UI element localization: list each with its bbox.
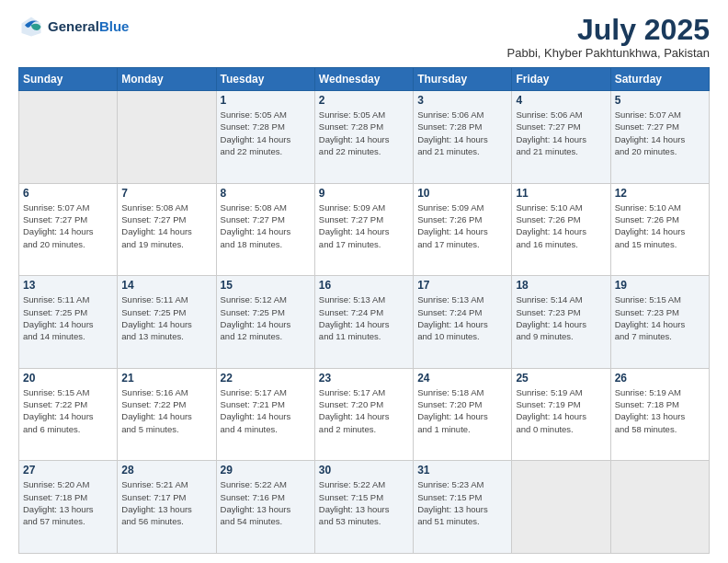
calendar-week-row: 20Sunrise: 5:15 AM Sunset: 7:22 PM Dayli… xyxy=(19,368,710,461)
table-row: 14Sunrise: 5:11 AM Sunset: 7:25 PM Dayli… xyxy=(118,276,216,369)
day-info: Sunrise: 5:06 AM Sunset: 7:28 PM Dayligh… xyxy=(417,109,507,157)
table-row: 24Sunrise: 5:18 AM Sunset: 7:20 PM Dayli… xyxy=(414,368,512,461)
table-row: 20Sunrise: 5:15 AM Sunset: 7:22 PM Dayli… xyxy=(19,368,118,461)
day-info: Sunrise: 5:11 AM Sunset: 7:25 PM Dayligh… xyxy=(23,293,113,342)
day-number: 1 xyxy=(221,94,311,107)
day-info: Sunrise: 5:21 AM Sunset: 7:17 PM Dayligh… xyxy=(121,478,211,527)
day-number: 29 xyxy=(221,464,311,477)
table-row: 19Sunrise: 5:15 AM Sunset: 7:23 PM Dayli… xyxy=(610,276,709,369)
calendar-week-row: 6Sunrise: 5:07 AM Sunset: 7:27 PM Daylig… xyxy=(19,183,710,276)
table-row: 9Sunrise: 5:09 AM Sunset: 7:27 PM Daylig… xyxy=(314,183,413,276)
day-number: 28 xyxy=(121,464,211,477)
day-info: Sunrise: 5:07 AM Sunset: 7:27 PM Dayligh… xyxy=(23,201,113,250)
col-thursday: Thursday xyxy=(414,68,512,91)
day-number: 25 xyxy=(516,372,606,385)
day-number: 22 xyxy=(221,372,311,385)
day-number: 8 xyxy=(221,187,311,200)
day-number: 19 xyxy=(615,279,705,292)
table-row: 12Sunrise: 5:10 AM Sunset: 7:26 PM Dayli… xyxy=(610,183,709,276)
day-info: Sunrise: 5:08 AM Sunset: 7:27 PM Dayligh… xyxy=(121,201,211,250)
day-number: 14 xyxy=(121,279,211,292)
day-number: 12 xyxy=(615,187,705,200)
col-wednesday: Wednesday xyxy=(314,68,413,91)
day-info: Sunrise: 5:17 AM Sunset: 7:21 PM Dayligh… xyxy=(221,386,311,435)
table-row: 22Sunrise: 5:17 AM Sunset: 7:21 PM Dayli… xyxy=(216,368,314,461)
day-number: 11 xyxy=(516,187,606,200)
day-info: Sunrise: 5:17 AM Sunset: 7:20 PM Dayligh… xyxy=(319,386,409,435)
day-number: 26 xyxy=(615,372,705,385)
day-info: Sunrise: 5:22 AM Sunset: 7:15 PM Dayligh… xyxy=(319,478,409,527)
day-number: 15 xyxy=(221,279,311,292)
day-number: 20 xyxy=(23,372,113,385)
day-info: Sunrise: 5:16 AM Sunset: 7:22 PM Dayligh… xyxy=(121,386,211,435)
day-info: Sunrise: 5:07 AM Sunset: 7:27 PM Dayligh… xyxy=(615,109,705,157)
day-number: 27 xyxy=(23,464,113,477)
day-info: Sunrise: 5:13 AM Sunset: 7:24 PM Dayligh… xyxy=(417,293,507,342)
day-number: 4 xyxy=(516,94,606,107)
day-info: Sunrise: 5:10 AM Sunset: 7:26 PM Dayligh… xyxy=(516,201,606,250)
day-info: Sunrise: 5:15 AM Sunset: 7:23 PM Dayligh… xyxy=(615,293,705,342)
day-info: Sunrise: 5:19 AM Sunset: 7:18 PM Dayligh… xyxy=(615,386,705,435)
logo-text: GeneralBlue xyxy=(48,19,129,35)
day-info: Sunrise: 5:23 AM Sunset: 7:15 PM Dayligh… xyxy=(417,478,507,527)
table-row: 4Sunrise: 5:06 AM Sunset: 7:27 PM Daylig… xyxy=(512,91,610,184)
day-number: 16 xyxy=(319,279,409,292)
day-number: 10 xyxy=(417,187,507,200)
day-info: Sunrise: 5:22 AM Sunset: 7:16 PM Dayligh… xyxy=(221,478,311,527)
day-number: 31 xyxy=(417,464,507,477)
day-info: Sunrise: 5:05 AM Sunset: 7:28 PM Dayligh… xyxy=(319,109,409,157)
day-info: Sunrise: 5:14 AM Sunset: 7:23 PM Dayligh… xyxy=(516,293,606,342)
table-row: 3Sunrise: 5:06 AM Sunset: 7:28 PM Daylig… xyxy=(414,91,512,184)
table-row: 11Sunrise: 5:10 AM Sunset: 7:26 PM Dayli… xyxy=(512,183,610,276)
table-row: 25Sunrise: 5:19 AM Sunset: 7:19 PM Dayli… xyxy=(512,368,610,461)
title-area: July 2025 Pabbi, Khyber Pakhtunkhwa, Pak… xyxy=(507,14,710,60)
day-number: 5 xyxy=(615,94,705,107)
table-row xyxy=(118,91,216,184)
day-info: Sunrise: 5:09 AM Sunset: 7:26 PM Dayligh… xyxy=(417,201,507,250)
col-monday: Monday xyxy=(118,68,216,91)
table-row: 10Sunrise: 5:09 AM Sunset: 7:26 PM Dayli… xyxy=(414,183,512,276)
day-info: Sunrise: 5:15 AM Sunset: 7:22 PM Dayligh… xyxy=(23,386,113,435)
table-row: 30Sunrise: 5:22 AM Sunset: 7:15 PM Dayli… xyxy=(314,461,413,554)
day-number: 17 xyxy=(417,279,507,292)
table-row: 8Sunrise: 5:08 AM Sunset: 7:27 PM Daylig… xyxy=(216,183,314,276)
day-info: Sunrise: 5:10 AM Sunset: 7:26 PM Dayligh… xyxy=(615,201,705,250)
table-row: 17Sunrise: 5:13 AM Sunset: 7:24 PM Dayli… xyxy=(414,276,512,369)
day-number: 9 xyxy=(319,187,409,200)
table-row: 6Sunrise: 5:07 AM Sunset: 7:27 PM Daylig… xyxy=(19,183,118,276)
table-row: 1Sunrise: 5:05 AM Sunset: 7:28 PM Daylig… xyxy=(216,91,314,184)
calendar-header-row: Sunday Monday Tuesday Wednesday Thursday… xyxy=(19,68,710,91)
table-row: 7Sunrise: 5:08 AM Sunset: 7:27 PM Daylig… xyxy=(118,183,216,276)
table-row: 29Sunrise: 5:22 AM Sunset: 7:16 PM Dayli… xyxy=(216,461,314,554)
month-title: July 2025 xyxy=(507,14,710,46)
logo-line1: GeneralBlue xyxy=(48,19,129,35)
day-info: Sunrise: 5:09 AM Sunset: 7:27 PM Dayligh… xyxy=(319,201,409,250)
table-row xyxy=(512,461,610,554)
header: GeneralBlue July 2025 Pabbi, Khyber Pakh… xyxy=(18,14,710,60)
day-number: 7 xyxy=(121,187,211,200)
day-number: 23 xyxy=(319,372,409,385)
table-row: 13Sunrise: 5:11 AM Sunset: 7:25 PM Dayli… xyxy=(19,276,118,369)
calendar-week-row: 13Sunrise: 5:11 AM Sunset: 7:25 PM Dayli… xyxy=(19,276,710,369)
location-title: Pabbi, Khyber Pakhtunkhwa, Pakistan xyxy=(507,46,710,60)
day-info: Sunrise: 5:20 AM Sunset: 7:18 PM Dayligh… xyxy=(23,478,113,527)
page: GeneralBlue July 2025 Pabbi, Khyber Pakh… xyxy=(0,0,728,563)
day-info: Sunrise: 5:06 AM Sunset: 7:27 PM Dayligh… xyxy=(516,109,606,157)
table-row: 31Sunrise: 5:23 AM Sunset: 7:15 PM Dayli… xyxy=(414,461,512,554)
day-number: 6 xyxy=(23,187,113,200)
day-info: Sunrise: 5:08 AM Sunset: 7:27 PM Dayligh… xyxy=(221,201,311,250)
day-number: 30 xyxy=(319,464,409,477)
day-number: 18 xyxy=(516,279,606,292)
calendar-week-row: 1Sunrise: 5:05 AM Sunset: 7:28 PM Daylig… xyxy=(19,91,710,184)
day-number: 24 xyxy=(417,372,507,385)
table-row: 15Sunrise: 5:12 AM Sunset: 7:25 PM Dayli… xyxy=(216,276,314,369)
logo-icon xyxy=(18,14,44,40)
table-row: 5Sunrise: 5:07 AM Sunset: 7:27 PM Daylig… xyxy=(610,91,709,184)
col-saturday: Saturday xyxy=(610,68,709,91)
day-info: Sunrise: 5:19 AM Sunset: 7:19 PM Dayligh… xyxy=(516,386,606,435)
logo: GeneralBlue xyxy=(18,14,129,40)
day-info: Sunrise: 5:12 AM Sunset: 7:25 PM Dayligh… xyxy=(221,293,311,342)
table-row: 2Sunrise: 5:05 AM Sunset: 7:28 PM Daylig… xyxy=(314,91,413,184)
col-tuesday: Tuesday xyxy=(216,68,314,91)
table-row xyxy=(610,461,709,554)
